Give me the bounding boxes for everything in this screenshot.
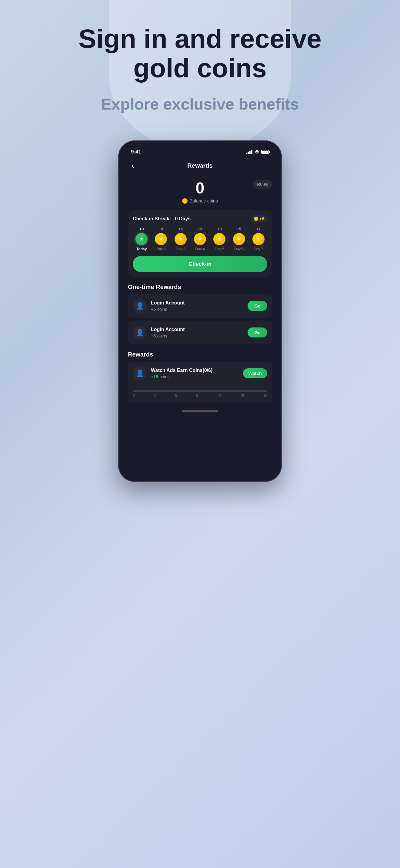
balance-label-text: Balance coins	[190, 198, 218, 204]
day-coins-6: +7	[256, 227, 261, 231]
coins-unit-1: coins	[157, 334, 167, 338]
nav-title: Rewards	[187, 162, 212, 169]
star-icon-0: ★	[139, 237, 144, 242]
star-icon-1: ★	[159, 237, 163, 242]
wifi-icon: ⊛	[255, 149, 259, 155]
day-coin-circle-2: ★	[175, 233, 187, 245]
day-item-3: +3★Day 4	[191, 227, 209, 251]
day-item-6: +7★Day 7	[250, 227, 267, 251]
nav-bar: ‹ Rewards	[122, 157, 278, 176]
phone-frame: 9:41 ⊛ ‹ Rewards	[118, 141, 282, 482]
progress-bar-container-0	[133, 390, 267, 392]
progress-label: 3	[154, 394, 156, 398]
day-coins-2: +5	[178, 227, 183, 231]
badge-label: +8	[259, 216, 264, 221]
reward-title-0: Login Account	[151, 300, 243, 306]
day-item-5: +5★Day 6	[230, 227, 248, 251]
streak-badge: +8	[251, 215, 267, 222]
checkin-header: Check-in Streak: 0 Days +8	[133, 215, 267, 222]
checkin-streak-label: Check-in Streak: 0 Days	[133, 216, 191, 221]
rewards-title-0: Watch Ads Earn Coins(0/6)	[151, 368, 239, 373]
rewards-section-header: Rewards	[128, 351, 272, 358]
person-icon-0: 👤	[136, 302, 144, 310]
balance-section: 0 Rules Balance coins	[128, 176, 272, 206]
day-label-5: Day 6	[234, 247, 244, 251]
day-label-2: Day 3	[176, 247, 185, 251]
day-coin-circle-1: ★	[155, 233, 167, 245]
rewards-item-row-0: 👤 Watch Ads Earn Coins(0/6) +18 coins Wa…	[133, 367, 267, 380]
day-item-0: +3★Today	[133, 227, 150, 251]
rewards-info-0: Watch Ads Earn Coins(0/6) +18 coins	[151, 368, 239, 379]
day-coins-3: +3	[198, 227, 202, 231]
screen-content: 0 Rules Balance coins Check-in Streak: 0…	[122, 176, 278, 417]
coins-plus-1: +5	[151, 334, 156, 338]
day-coins-5: +5	[237, 227, 241, 231]
main-title: Sign in and receive gold coins	[64, 24, 336, 83]
person-icon-1: 👤	[136, 329, 144, 337]
day-item-2: +5★Day 3	[172, 227, 190, 251]
rewards-coins-0: +18 coins	[151, 374, 239, 379]
checkin-card: Check-in Streak: 0 Days +8 +3★Today+3★Da…	[128, 210, 272, 277]
phone-mockup: 9:41 ⊛ ‹ Rewards	[118, 141, 282, 482]
progress-label: 15	[240, 394, 244, 398]
progress-label: 9	[196, 394, 198, 398]
day-coins-1: +3	[159, 227, 163, 231]
home-indicator	[128, 406, 272, 417]
day-label-6: Day 7	[254, 247, 263, 251]
one-time-rewards-list: 👤 Login Account +5 coins Go 👤 Login Acco…	[128, 294, 272, 344]
go-button-1[interactable]: Go	[248, 328, 267, 337]
day-coin-circle-6: ★	[252, 233, 264, 245]
status-bar: 9:41 ⊛	[122, 145, 278, 157]
status-time: 9:41	[131, 149, 141, 155]
status-icons: ⊛	[246, 149, 269, 155]
balance-label: Balance coins	[128, 198, 272, 204]
star-icon-4: ★	[217, 237, 222, 242]
progress-label: 12	[217, 394, 221, 398]
days-grid: +3★Today+3★Day 2+5★Day 3+3★Day 4+3★Day 5…	[133, 227, 267, 251]
rewards-item-0: 👤 Watch Ads Earn Coins(0/6) +18 coins Wa…	[128, 362, 272, 403]
rewards-coins-plus-0: +18	[151, 374, 158, 379]
reward-info-0: Login Account +5 coins	[151, 300, 243, 312]
go-button-0[interactable]: Go	[248, 301, 267, 311]
badge-coin-icon	[254, 217, 258, 221]
progress-labels-0: 0369121518	[133, 394, 267, 398]
reward-avatar-0: 👤	[133, 299, 147, 313]
phone-screen: 9:41 ⊛ ‹ Rewards	[122, 145, 278, 477]
header-section: Sign in and receive gold coins Explore e…	[64, 24, 336, 113]
checkin-button[interactable]: Check-in	[133, 256, 267, 272]
coin-icon	[182, 198, 188, 204]
day-coin-circle-3: ★	[194, 233, 206, 245]
battery-icon	[261, 150, 269, 154]
day-label-4: Day 5	[215, 247, 224, 251]
progress-label: 18	[263, 394, 267, 398]
rewards-list: 👤 Watch Ads Earn Coins(0/6) +18 coins Wa…	[128, 362, 272, 403]
day-coin-circle-5: ★	[233, 233, 245, 245]
rules-button[interactable]: Rules	[253, 180, 272, 189]
day-item-1: +3★Day 2	[152, 227, 170, 251]
reward-title-1: Login Account	[151, 327, 243, 332]
home-bar	[182, 410, 218, 412]
day-coin-circle-4: ★	[213, 233, 225, 245]
one-time-reward-item-0: 👤 Login Account +5 coins Go	[128, 294, 272, 318]
one-time-reward-item-1: 👤 Login Account +5 coins Go	[128, 321, 272, 344]
day-coins-0: +3	[139, 227, 144, 231]
star-icon-5: ★	[237, 237, 241, 242]
day-coin-circle-0: ★	[136, 233, 148, 245]
balance-amount: 0	[128, 179, 272, 197]
watch-button-0[interactable]: Watch	[243, 368, 267, 378]
progress-label: 0	[133, 394, 135, 398]
day-label-3: Day 4	[195, 247, 204, 251]
reward-info-1: Login Account +5 coins	[151, 327, 243, 338]
star-icon-2: ★	[178, 237, 183, 242]
day-coins-4: +3	[217, 227, 222, 231]
progress-section-0: 0369121518	[133, 388, 267, 398]
rewards-coins-unit-0: coins	[160, 374, 170, 379]
sub-title: Explore exclusive benefits	[64, 95, 336, 113]
reward-coins-0: +5 coins	[151, 307, 243, 312]
signal-icon	[246, 150, 252, 154]
back-button[interactable]: ‹	[129, 160, 137, 172]
rewards-person-icon-0: 👤	[136, 370, 144, 377]
reward-coins-1: +5 coins	[151, 334, 243, 338]
day-item-4: +3★Day 5	[210, 227, 228, 251]
star-icon-3: ★	[198, 237, 202, 242]
